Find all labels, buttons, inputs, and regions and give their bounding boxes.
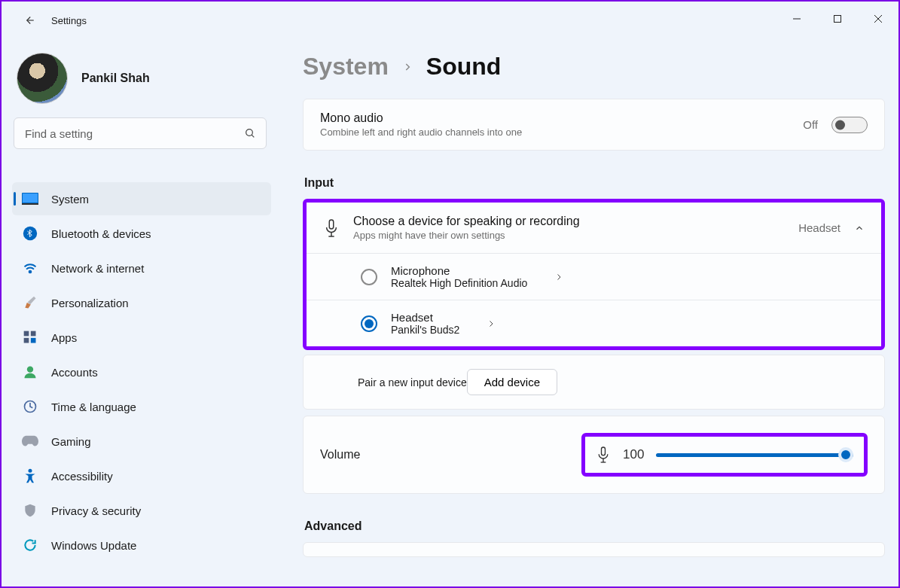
nav-label: Personalization: [51, 297, 129, 309]
microphone-icon: [596, 446, 611, 464]
back-button[interactable]: [18, 14, 39, 27]
maximize-button[interactable]: [817, 2, 858, 36]
bluetooth-icon: [21, 226, 39, 241]
person-icon: [21, 364, 39, 379]
svg-rect-21: [602, 447, 606, 455]
device-subtitle: Realtek High Definition Audio: [391, 277, 527, 289]
mono-audio-row[interactable]: Mono audio Combine left and right audio …: [303, 99, 885, 151]
nav-label: Network & internet: [51, 262, 144, 275]
shield-icon: [21, 503, 39, 518]
add-device-button[interactable]: Add device: [467, 369, 557, 395]
volume-value: 100: [623, 447, 644, 462]
svg-point-4: [246, 129, 253, 136]
svg-rect-7: [23, 193, 38, 203]
input-device-highlight: Choose a device for speaking or recordin…: [303, 199, 885, 350]
nav-accessibility[interactable]: Accessibility: [12, 459, 271, 492]
app-title: Settings: [51, 15, 87, 26]
nav-label: Gaming: [51, 435, 91, 448]
nav-windows-update[interactable]: Windows Update: [12, 529, 271, 562]
minimize-icon: [792, 14, 801, 23]
nav-bluetooth[interactable]: Bluetooth & devices: [12, 217, 271, 250]
search-icon: [244, 127, 256, 139]
nav-system[interactable]: System: [12, 182, 271, 215]
nav-privacy[interactable]: Privacy & security: [12, 494, 271, 527]
volume-row: Volume 100: [303, 416, 885, 494]
breadcrumb-parent[interactable]: System: [303, 53, 389, 81]
chevron-right-icon: [402, 60, 413, 74]
minimize-button[interactable]: [776, 2, 817, 36]
avatar: [17, 53, 68, 104]
advanced-card[interactable]: [303, 542, 885, 557]
gamepad-icon: [21, 435, 39, 447]
titlebar: Settings: [2, 2, 898, 39]
nav: System Bluetooth & devices Network & int…: [12, 182, 271, 562]
chevron-up-icon: [854, 223, 865, 233]
volume-label: Volume: [320, 448, 360, 462]
svg-rect-13: [24, 338, 29, 343]
choose-device-title: Choose a device for speaking or recordin…: [353, 215, 580, 228]
nav-label: Windows Update: [51, 539, 136, 552]
nav-label: System: [51, 193, 89, 206]
svg-line-5: [252, 135, 254, 137]
wifi-icon: [21, 260, 39, 276]
volume-slider[interactable]: [656, 447, 853, 462]
svg-point-10: [29, 271, 32, 273]
volume-highlight: 100: [581, 433, 868, 477]
search-input[interactable]: [14, 117, 267, 149]
nav-apps[interactable]: Apps: [12, 321, 271, 354]
window-controls: [776, 2, 898, 36]
svg-rect-18: [329, 220, 334, 229]
apps-icon: [21, 330, 39, 345]
nav-personalization[interactable]: Personalization: [12, 286, 271, 319]
maximize-icon: [833, 14, 842, 23]
arrow-left-icon: [22, 14, 35, 27]
input-device-headset[interactable]: Headset Pankil's Buds2: [307, 300, 881, 346]
slider-thumb[interactable]: [838, 447, 853, 462]
paintbrush-icon: [21, 295, 39, 310]
svg-rect-11: [24, 331, 29, 337]
chevron-right-icon: [487, 318, 496, 329]
choose-device-subtitle: Apps might have their own settings: [353, 230, 580, 241]
choose-input-device-row[interactable]: Choose a device for speaking or recordin…: [307, 203, 881, 253]
svg-rect-12: [31, 331, 36, 337]
main: System Sound Mono audio Combine left and…: [280, 39, 898, 586]
device-title: Headset: [391, 311, 459, 324]
display-icon: [21, 193, 39, 205]
nav-label: Time & language: [51, 401, 136, 413]
close-button[interactable]: [858, 2, 898, 36]
nav-time-language[interactable]: Time & language: [12, 390, 271, 423]
close-icon: [874, 14, 883, 23]
nav-label: Privacy & security: [51, 504, 141, 517]
mono-audio-toggle[interactable]: [831, 117, 868, 133]
microphone-icon: [323, 218, 340, 238]
device-subtitle: Pankil's Buds2: [391, 324, 459, 336]
sidebar: Pankil Shah System Bluetooth & devices N…: [2, 39, 280, 586]
breadcrumb-current: Sound: [426, 53, 502, 81]
nav-network[interactable]: Network & internet: [12, 251, 271, 285]
nav-label: Accessibility: [51, 470, 113, 483]
input-device-microphone[interactable]: Microphone Realtek High Definition Audio: [307, 254, 881, 300]
nav-label: Apps: [51, 331, 77, 344]
svg-rect-14: [31, 338, 36, 343]
accessibility-icon: [21, 468, 39, 483]
svg-point-17: [29, 469, 32, 473]
user-name: Pankil Shah: [81, 72, 150, 85]
device-title: Microphone: [391, 264, 527, 277]
advanced-section-title: Advanced: [304, 519, 885, 533]
radio-unselected[interactable]: [361, 269, 377, 285]
search-wrap: [14, 117, 267, 149]
mono-audio-subtitle: Combine left and right audio channels in…: [320, 126, 522, 138]
nav-gaming[interactable]: Gaming: [12, 425, 271, 458]
update-icon: [21, 538, 39, 553]
user-profile[interactable]: Pankil Shah: [17, 53, 271, 104]
mono-audio-title: Mono audio: [320, 111, 522, 125]
svg-rect-8: [22, 203, 38, 205]
input-section-title: Input: [304, 176, 885, 190]
nav-label: Bluetooth & devices: [51, 227, 151, 240]
chevron-right-icon: [554, 272, 563, 282]
pair-device-row: Pair a new input device Add device: [303, 355, 885, 410]
current-device-label: Headset: [798, 221, 841, 234]
radio-selected[interactable]: [361, 315, 377, 332]
pair-device-label: Pair a new input device: [358, 376, 467, 388]
nav-accounts[interactable]: Accounts: [12, 355, 271, 388]
